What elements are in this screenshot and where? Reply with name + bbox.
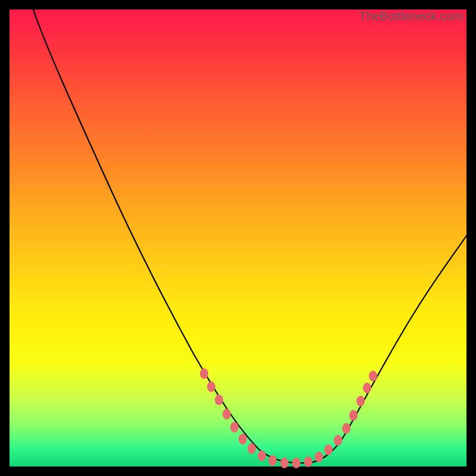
curve-marker xyxy=(258,450,266,461)
curve-marker xyxy=(223,409,231,419)
curve-marker xyxy=(248,443,256,454)
curve-marker xyxy=(349,410,358,421)
curve-marker xyxy=(200,368,208,379)
chart-frame: TheBottleneck.com xyxy=(0,0,476,476)
curve-marker xyxy=(356,396,365,406)
curve-marker xyxy=(304,456,312,467)
curve-marker xyxy=(363,383,371,393)
curve-marker xyxy=(324,444,333,455)
curve-marker xyxy=(315,452,323,462)
curve-marker xyxy=(207,381,215,392)
curve-marker xyxy=(230,422,239,433)
chart-svg xyxy=(10,10,466,466)
curve-marker xyxy=(342,423,350,434)
curve-marker xyxy=(280,458,289,468)
curve-marker xyxy=(292,458,300,468)
plot-area: TheBottleneck.com xyxy=(10,10,466,466)
curve-marker xyxy=(369,371,377,381)
curve-marker xyxy=(334,435,342,446)
curve-marker xyxy=(239,434,247,444)
curve-marker xyxy=(215,394,223,405)
curve-marker xyxy=(268,455,277,466)
marker-group xyxy=(200,368,377,468)
bottleneck-curve xyxy=(33,10,466,463)
